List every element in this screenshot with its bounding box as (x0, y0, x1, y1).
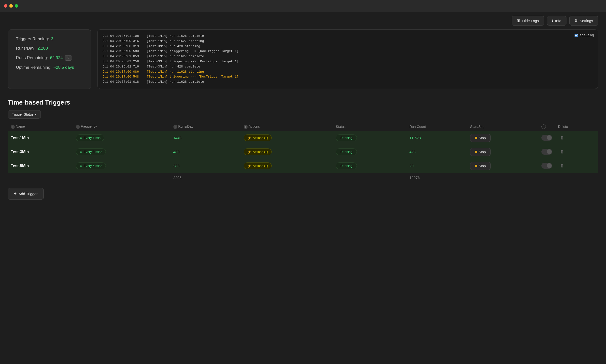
tailing-control[interactable]: tailing (575, 33, 594, 38)
cell-start-stop-2: Stop (467, 159, 538, 173)
settings-button[interactable]: ⚙ Settings (569, 16, 598, 26)
log-panel: tailing Jul 04 20:05:01.108 [Test-1Min] … (97, 29, 598, 89)
clock-icon-2: ↻ (80, 164, 82, 168)
frequency-badge-0: ↻ Every 1 min (76, 135, 104, 141)
cell-actions-1: ⚡ Actions (1) (241, 145, 333, 159)
bolt-icon-1: ⚡ (247, 150, 251, 154)
actions-badge-1[interactable]: ⚡ Actions (1) (244, 148, 272, 155)
close-button[interactable] (4, 4, 7, 8)
runs-per-day-label: Runs/Day: (16, 46, 35, 51)
status-badge-1: Running (336, 148, 357, 155)
frequency-info-icon: i (76, 125, 80, 129)
frequency-badge-1: ↻ Every 3 mins (76, 148, 106, 155)
toggle-knob-1 (547, 149, 552, 154)
triggers-section: Time-based Triggers Trigger Status ▾ iNa… (8, 99, 598, 200)
th-start-stop: Start/Stop (467, 122, 538, 131)
toolbar: ▣ Hide Logs i Info ⚙ Settings (0, 12, 606, 29)
trigger-status-filter[interactable]: Trigger Status ▾ (8, 110, 41, 119)
th-delete: Delete (555, 122, 598, 131)
cell-toggle-1 (538, 145, 555, 159)
log-line: Jul 04 20:05:01.108 [Test-1Min] run 1162… (102, 34, 593, 39)
filter-chevron-icon: ▾ (35, 112, 37, 116)
cell-toggle-2 (538, 159, 555, 173)
cell-start-stop-1: Stop (467, 145, 538, 159)
runs-day-val-0: 1440 (173, 136, 182, 140)
hide-logs-label: Hide Logs (522, 19, 539, 23)
stop-button-0[interactable]: Stop (470, 134, 491, 142)
actions-badge-2[interactable]: ⚡ Actions (1) (244, 162, 272, 169)
hide-logs-button[interactable]: ▣ Hide Logs (512, 16, 544, 26)
cell-runs-day-0: 1440 (170, 131, 241, 145)
th-settings: ○ (538, 122, 555, 131)
runs-per-day-row: Runs/Day: 2,208 (16, 46, 83, 51)
th-runs-day: iRuns/Day (170, 122, 241, 131)
runs-remaining-help-button[interactable]: ? (65, 55, 72, 61)
totals-runs-day: 2208 (170, 173, 241, 182)
minimize-button[interactable] (9, 4, 13, 8)
log-lines: Jul 04 20:05:01.108 [Test-1Min] run 1162… (102, 34, 593, 85)
table-row: Test-5Min ↻ Every 5 mins 288 ⚡ Actions (… (8, 159, 598, 173)
titlebar (0, 0, 606, 12)
cell-name-1: Test-3Min (8, 145, 73, 159)
run-count-val-1: 428 (409, 150, 416, 154)
cell-delete-0: 🗑 (555, 131, 598, 145)
cell-actions-0: ⚡ Actions (1) (241, 131, 333, 145)
tailing-checkbox-input[interactable] (575, 34, 578, 37)
actions-badge-0[interactable]: ⚡ Actions (1) (244, 135, 272, 141)
stop-button-1[interactable]: Stop (470, 148, 491, 156)
cell-frequency-0: ↻ Every 1 min (73, 131, 170, 145)
cell-status-0: Running (333, 131, 407, 145)
info-icon: i (552, 19, 553, 23)
cell-toggle-0 (538, 131, 555, 145)
name-info-icon: i (11, 125, 15, 129)
runs-day-info-icon: i (173, 125, 177, 129)
trigger-name-0: Test-1Min (11, 136, 29, 140)
runs-day-val-1: 480 (173, 150, 180, 154)
th-actions: iActions (241, 122, 333, 131)
cell-status-2: Running (333, 159, 407, 173)
toggle-switch-2[interactable] (541, 163, 552, 169)
cell-run-count-0: 11,628 (407, 131, 467, 145)
log-line: Jul 04 20:06:00.580 [Test-1Min] triggeri… (102, 49, 593, 54)
table-header-row: iName iFrequency iRuns/Day iActions Stat… (8, 122, 598, 131)
table-totals-row: 2208 12076 (8, 173, 598, 182)
maximize-button[interactable] (15, 4, 18, 8)
traffic-lights (4, 4, 18, 8)
runs-remaining-value: 62,924 (50, 55, 63, 60)
clock-icon-1: ↻ (80, 150, 82, 154)
cell-run-count-2: 20 (407, 159, 467, 173)
delete-button-1[interactable]: 🗑 (558, 148, 566, 155)
triggers-running-label: Triggers Running: (16, 37, 49, 41)
settings-label: Settings (580, 19, 593, 23)
toggle-switch-0[interactable] (541, 135, 552, 141)
bolt-icon-0: ⚡ (247, 136, 251, 140)
toggle-knob-0 (547, 135, 552, 140)
stop-square-icon-0 (475, 137, 477, 139)
stop-square-icon-1 (475, 151, 477, 153)
info-label: Info (555, 19, 561, 23)
totals-empty-name (8, 173, 73, 182)
log-line: Jul 04 20:07:00.548 [Test-1Min] triggeri… (102, 74, 593, 80)
cell-name-0: Test-1Min (8, 131, 73, 145)
totals-empty-actions (241, 173, 333, 182)
totals-empty-set (538, 173, 555, 182)
th-frequency: iFrequency (73, 122, 170, 131)
stop-button-2[interactable]: Stop (470, 162, 491, 170)
totals-empty-status (333, 173, 407, 182)
totals-empty-del (555, 173, 598, 182)
info-button[interactable]: i Info (547, 16, 566, 26)
th-status: Status (333, 122, 407, 131)
triggers-table: iName iFrequency iRuns/Day iActions Stat… (8, 122, 598, 182)
delete-button-2[interactable]: 🗑 (558, 162, 566, 169)
totals-empty-freq (73, 173, 170, 182)
cell-status-1: Running (333, 145, 407, 159)
gear-icon: ⚙ (575, 18, 578, 23)
cell-frequency-1: ↻ Every 3 mins (73, 145, 170, 159)
add-trigger-button[interactable]: + Add Trigger (8, 188, 44, 200)
delete-button-0[interactable]: 🗑 (558, 134, 566, 141)
toggle-knob-2 (547, 163, 552, 168)
log-line: Jul 04 20:06:00.316 [Test-1Min] run 1162… (102, 39, 593, 44)
toggle-switch-1[interactable] (541, 149, 552, 155)
uptime-value: ~28.5 days (54, 65, 74, 70)
totals-run-count: 12076 (407, 173, 467, 182)
